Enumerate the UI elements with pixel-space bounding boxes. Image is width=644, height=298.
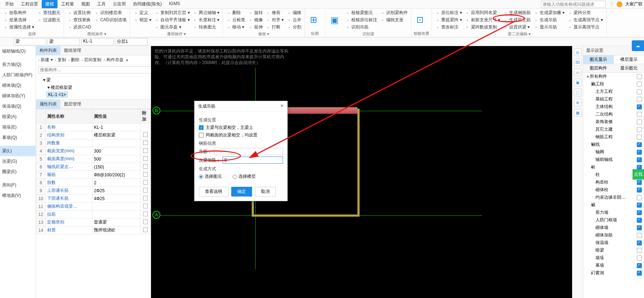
user-avatar-icon[interactable] <box>617 1 622 7</box>
ribbon-button[interactable]: ▫梁跨数据复制 <box>464 24 501 31</box>
display-row[interactable]: 砌体加筋 <box>583 231 644 239</box>
ribbon-button[interactable]: ▫复制到其它层 ▾ <box>153 9 191 16</box>
property-row[interactable]: 3跨数量 <box>36 139 151 147</box>
display-row[interactable]: 幕墙 <box>583 262 644 269</box>
ribbon-button[interactable]: ▫生成架立筋 <box>502 17 532 23</box>
menu-tab[interactable]: 协同建模(限免) <box>129 0 165 8</box>
button-ok[interactable]: 确定 <box>231 187 252 197</box>
category-item[interactable]: 砌体墙(Q) <box>0 80 36 91</box>
tree-node-child[interactable]: ▾ 楼层框架梁 <box>39 84 148 91</box>
view-mode-button[interactable]: ◎ <box>574 48 582 56</box>
ribbon-big-button[interactable]: ⊞ <box>307 9 323 30</box>
display-row[interactable]: 主体结构 <box>583 103 644 110</box>
display-row[interactable]: 土方工程 <box>583 88 644 95</box>
ribbon-button[interactable]: ▫两点辅轴 ▾ <box>192 9 220 16</box>
ribbon-button[interactable]: ▫刷新支座尺寸 ▾ <box>464 17 501 23</box>
tab-layer-mgmt[interactable]: 图层管理 <box>60 100 85 109</box>
prop-extra-checkbox[interactable] <box>143 156 148 161</box>
property-row[interactable]: 11侧面构造或受… <box>36 203 151 211</box>
prop-extra-checkbox[interactable] <box>143 172 148 177</box>
category-select-1[interactable]: 梁 <box>14 38 46 45</box>
input-secondary-rebar[interactable] <box>223 157 283 164</box>
prop-extra-checkbox[interactable] <box>143 196 148 200</box>
ribbon-button[interactable]: ▫编移 <box>286 9 302 16</box>
ribbon-button[interactable]: ▫校核原位标注 <box>344 17 378 23</box>
property-row[interactable]: 14材质预拌现浇砼 <box>36 226 151 234</box>
ribbon-button[interactable]: ▫查找图元 <box>36 9 61 16</box>
prop-extra-checkbox[interactable] <box>143 227 148 232</box>
visibility-checkbox[interactable] <box>637 188 642 193</box>
component-tool-button[interactable]: ▫新建 ▾ <box>38 57 53 63</box>
component-tool-button[interactable]: ▫构件存盘 <box>104 57 123 63</box>
visibility-checkbox[interactable] <box>637 240 642 245</box>
ribbon-button[interactable]: ▫设置拱梁 ▾ <box>502 24 532 31</box>
ribbon-button[interactable]: ▫旋转 <box>247 9 264 16</box>
category-item[interactable]: 楼地面(V) <box>0 190 36 201</box>
help-floating-button[interactable]: 点我 <box>632 169 644 180</box>
prop-extra-checkbox[interactable] <box>143 140 148 145</box>
ribbon-button[interactable]: ▫编辑支座 <box>379 17 409 23</box>
visibility-checkbox[interactable] <box>637 225 642 230</box>
visibility-checkbox[interactable] <box>637 127 642 132</box>
ribbon-button[interactable]: ▫过滤图元 <box>36 17 61 23</box>
ribbon-button[interactable]: ▫图元存盘 ▾ <box>153 24 191 31</box>
display-row[interactable]: 钢筋工程 <box>583 133 644 141</box>
category-item[interactable]: 辅助轴线(O) <box>0 46 36 57</box>
ribbon-button[interactable]: ▫应用到同名梁 <box>464 9 501 16</box>
ribbon-button[interactable]: ▫自动平齐顶板 ▾ <box>153 17 191 23</box>
display-row[interactable]: 墙垛 <box>583 254 644 262</box>
display-row[interactable]: 暗梁 <box>583 247 644 254</box>
visibility-checkbox[interactable] <box>637 218 642 223</box>
visibility-checkbox[interactable] <box>637 142 642 147</box>
prop-extra-checkbox[interactable] <box>143 164 148 169</box>
display-row[interactable]: 装饰装修 <box>583 118 644 126</box>
view-mode-button[interactable]: ▣ <box>574 78 582 86</box>
ribbon-button[interactable]: ▫生成吊筋 <box>533 17 566 23</box>
ribbon-button[interactable]: ▫批量选择 <box>2 17 35 23</box>
ribbon-button[interactable]: ▫校核梁图元 <box>344 9 378 16</box>
visibility-checkbox[interactable] <box>637 256 642 261</box>
category-item[interactable]: 人防门框墙(RF) <box>0 70 36 80</box>
ribbon-button[interactable]: ▫识别吊筋 <box>344 24 378 31</box>
category-item[interactable]: 暗梁(A) <box>0 112 36 122</box>
tree-node-leaf[interactable]: KL-1 <1> <box>46 91 68 98</box>
prop-extra-checkbox[interactable] <box>143 148 148 153</box>
ribbon-button[interactable]: ▫锁定 ▾ <box>132 17 152 23</box>
display-row[interactable]: 人防门框墙 <box>583 216 644 224</box>
ribbon-button[interactable]: ▫还原CAD <box>66 24 92 31</box>
property-row[interactable]: 7箍筋Φ8@100/200(2) <box>36 171 151 179</box>
visibility-checkbox[interactable] <box>637 119 642 125</box>
prop-extra-checkbox[interactable] <box>143 212 148 216</box>
radio-select-floor[interactable] <box>233 175 237 179</box>
display-row[interactable]: 其它土建 <box>583 126 644 133</box>
prop-extra-checkbox[interactable] <box>143 180 148 185</box>
ribbon-button[interactable]: ▫查找替换 <box>66 17 92 23</box>
category-item[interactable]: 幕墙(Q) <box>0 132 36 143</box>
help-icon[interactable]: ❔ <box>608 2 614 7</box>
global-search-input[interactable] <box>541 1 606 8</box>
component-tool-button[interactable]: ▫层间复制 <box>82 57 101 63</box>
visibility-checkbox[interactable] <box>637 271 642 276</box>
ribbon-big-button[interactable]: ⊡ <box>414 9 429 30</box>
property-row[interactable]: 12拉筋 <box>36 211 151 218</box>
visibility-checkbox[interactable] <box>637 150 642 155</box>
display-row[interactable]: 二次结构 <box>583 110 644 118</box>
input-stirrup[interactable] <box>214 148 283 155</box>
visibility-checkbox[interactable] <box>637 180 642 185</box>
menu-tab[interactable]: 开始 <box>1 0 17 8</box>
ribbon-button[interactable]: ▫生成高强节点 ▾ <box>566 17 604 23</box>
visibility-checkbox[interactable] <box>637 248 642 253</box>
view-mode-button[interactable]: ▭ <box>574 68 582 76</box>
menu-tab[interactable]: 云应用 <box>109 0 129 8</box>
ribbon-button[interactable]: ▫查改标注 <box>434 24 463 31</box>
category-item[interactable]: 保温墙(Q) <box>0 101 36 112</box>
component-select[interactable]: KL-1 <box>81 38 114 45</box>
display-row[interactable]: 保温墙 <box>583 239 644 247</box>
layer-select[interactable]: 分层1 <box>115 38 147 45</box>
menu-tab[interactable]: 工程量 <box>58 0 78 8</box>
category-select-2[interactable]: 梁 <box>47 38 80 45</box>
dialog-close-icon[interactable]: ✕ <box>280 103 284 109</box>
display-row[interactable]: ▾施工段 <box>583 80 644 88</box>
ribbon-button[interactable]: ▫识别梁构件 <box>379 9 409 16</box>
property-row[interactable]: 10下部通长筋4Φ25 <box>36 195 151 203</box>
